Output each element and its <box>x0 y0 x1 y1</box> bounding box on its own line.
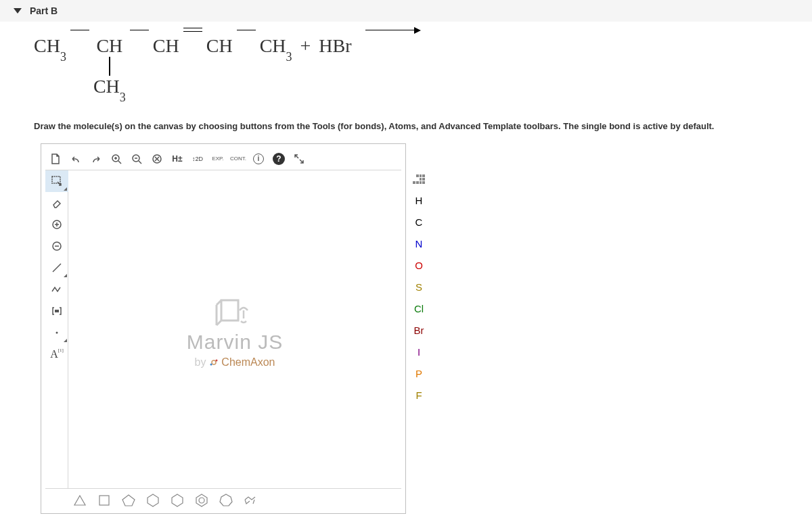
fullscreen-button[interactable] <box>289 149 309 168</box>
svg-marker-13 <box>122 495 135 506</box>
marvin-logo-icon <box>211 290 258 331</box>
single-bond-icon <box>70 30 89 30</box>
left-toolbar: A[1] <box>45 170 68 488</box>
delete-button[interactable] <box>147 149 167 168</box>
chain-tool-button[interactable] <box>45 279 68 300</box>
exp-label: EXP. <box>212 156 223 162</box>
atom-p-button[interactable]: P <box>405 363 432 385</box>
atom-i-button[interactable]: I <box>405 341 432 363</box>
atom-label-button[interactable]: A[1] <box>45 343 68 365</box>
question-content: CH3 CH CH3 CH CH CH3 + HBr <box>0 22 812 121</box>
svg-point-7 <box>56 331 58 333</box>
pentagon-template-button[interactable] <box>121 493 136 508</box>
atom-cl-button[interactable]: Cl <box>405 298 432 320</box>
marvin-editor: H± ↕2D EXP. CONT. i ? A[1] Marvin JS <box>41 143 406 514</box>
h-plus-minus-button[interactable]: H± <box>167 149 187 168</box>
svg-marker-14 <box>148 494 158 506</box>
new-document-button[interactable] <box>45 149 66 168</box>
hpm-label: H± <box>172 154 182 164</box>
atom-br-button[interactable]: Br <box>405 320 432 341</box>
atom-n-button[interactable]: N <box>405 233 432 255</box>
cyclohexane-template-button[interactable] <box>170 493 185 508</box>
part-header[interactable]: Part B <box>0 0 812 22</box>
top-toolbar: H± ↕2D EXP. CONT. i ? <box>45 148 401 170</box>
atom-s-button[interactable]: S <box>405 277 432 298</box>
periodic-table-button[interactable] <box>405 168 432 190</box>
reactant-ch-3: CH <box>206 35 233 57</box>
redo-button[interactable] <box>86 149 106 168</box>
zoom-out-button[interactable] <box>127 149 147 168</box>
svg-marker-16 <box>196 494 207 506</box>
single-bond-tool-button[interactable] <box>45 257 68 279</box>
editor-main-area: A[1] Marvin JS by ChemAxon <box>45 170 401 488</box>
reaction-arrow-icon <box>365 30 420 30</box>
sub-3: 3 <box>60 50 66 64</box>
single-bond-icon <box>130 30 149 30</box>
square-template-button[interactable] <box>97 493 112 508</box>
radical-tool-button[interactable] <box>45 322 68 343</box>
atom-o-button[interactable]: O <box>405 255 432 277</box>
info-button[interactable]: i <box>248 149 269 168</box>
svg-point-8 <box>212 360 216 364</box>
svg-rect-6 <box>55 310 59 312</box>
heptagon-template-button[interactable] <box>219 493 233 508</box>
reactant-ch-branch: CH <box>96 35 122 57</box>
contract-button[interactable]: CONT. <box>228 149 248 168</box>
part-title: Part B <box>30 5 58 16</box>
triangle-template-button[interactable] <box>72 493 87 508</box>
svg-point-17 <box>199 498 204 503</box>
svg-marker-15 <box>172 494 183 506</box>
svg-point-9 <box>215 359 217 361</box>
svg-point-10 <box>210 363 212 365</box>
reactant-ch3-2: CH <box>260 35 286 56</box>
atom-h-button[interactable]: H <box>405 190 432 212</box>
reactant-ch-2: CH <box>153 35 179 57</box>
chemaxon-byline: by ChemAxon <box>195 356 275 369</box>
a-sup: [1] <box>58 348 64 353</box>
benzene-template-button[interactable] <box>194 493 209 508</box>
branch-bond-icon <box>109 57 110 76</box>
atom-f-button[interactable]: F <box>405 385 432 406</box>
by-text: by <box>195 356 206 368</box>
instructions-text: Draw the molecule(s) on the canvas by ch… <box>34 121 778 131</box>
drawing-canvas[interactable]: Marvin JS by ChemAxon <box>68 170 401 488</box>
plus-sign: + <box>300 35 311 57</box>
twod-label: 2D <box>195 156 203 162</box>
chemaxon-logo-icon <box>209 358 219 367</box>
double-bond-icon <box>183 28 202 32</box>
sub-3b: 3 <box>286 50 292 64</box>
svg-rect-12 <box>99 496 109 505</box>
svg-marker-18 <box>220 494 232 506</box>
branch-sub: 3 <box>120 91 126 104</box>
chemaxon-text: ChemAxon <box>221 356 275 368</box>
cont-label: CONT. <box>230 156 246 162</box>
caret-down-icon <box>14 8 22 14</box>
atoms-toolbar: H C N O S Cl Br I P F <box>405 168 435 406</box>
bracket-tool-button[interactable] <box>45 300 68 322</box>
reactant-hbr: HBr <box>319 35 351 57</box>
template-toolbar <box>45 488 401 509</box>
marvin-logo-text: Marvin JS <box>187 331 283 354</box>
single-bond-icon <box>237 30 256 30</box>
add-charge-plus-button[interactable] <box>45 214 68 235</box>
reactant-ch3-1: CH <box>34 35 60 56</box>
chair-template-button[interactable] <box>243 493 258 508</box>
zoom-in-button[interactable] <box>106 149 127 168</box>
branch-ch3: CH <box>93 76 120 97</box>
svg-marker-11 <box>74 496 85 505</box>
svg-rect-3 <box>52 176 60 183</box>
undo-button[interactable] <box>66 149 86 168</box>
eraser-tool-button[interactable] <box>45 192 68 214</box>
expand-button[interactable]: EXP. <box>208 149 228 168</box>
a-label: A <box>50 348 58 360</box>
reaction-equation: CH3 CH CH3 CH CH CH3 + HBr <box>34 35 778 101</box>
add-charge-minus-button[interactable] <box>45 235 68 257</box>
atom-c-button[interactable]: C <box>405 212 432 233</box>
hexagon-template-button[interactable] <box>145 493 160 508</box>
selection-tool-button[interactable] <box>45 170 68 192</box>
help-button[interactable]: ? <box>269 149 289 168</box>
clean-2d-button[interactable]: ↕2D <box>187 149 208 168</box>
